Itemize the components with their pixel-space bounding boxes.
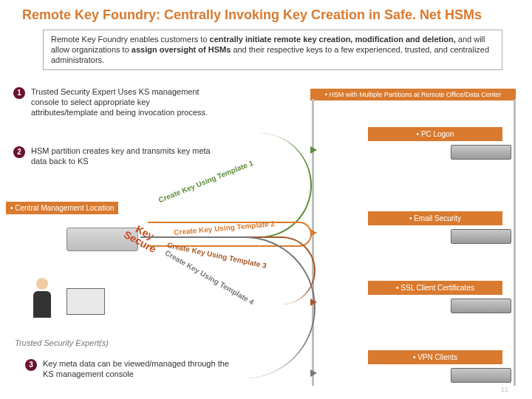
step-2-number: 2 xyxy=(13,146,25,158)
page-number: 11 xyxy=(501,386,508,393)
app-vpn-clients: • VPN Clients xyxy=(368,350,502,364)
intro-box: Remote Key Foundry enables customers to … xyxy=(43,30,502,70)
step-3-number: 3 xyxy=(25,359,37,371)
arrowhead-4 xyxy=(310,369,317,377)
monitor-icon xyxy=(66,288,105,315)
intro-bold-1: centrally initiate remote key creation, … xyxy=(210,35,456,44)
hsm-3 xyxy=(451,299,511,313)
central-mgmt-label: • Central Management Location xyxy=(6,202,118,214)
arrowhead-1 xyxy=(310,146,317,154)
app-email-security: • Email Security xyxy=(368,211,502,225)
person-icon xyxy=(30,278,55,330)
hsm-4 xyxy=(451,368,511,383)
app-ssl-certs: • SSL Client Certificates xyxy=(368,281,502,295)
slide-title: Remote Key Foundry: Centrally Invoking K… xyxy=(22,7,510,23)
hsm-2 xyxy=(451,229,511,244)
arrowhead-3 xyxy=(310,299,317,306)
step-1-number: 1 xyxy=(13,87,25,99)
arrowhead-2 xyxy=(310,229,317,236)
step-1-text: Trusted Security Expert Uses KS manageme… xyxy=(31,87,216,117)
expert-label: Trusted Security Expert(s) xyxy=(15,338,109,347)
intro-text-a: Remote Key Foundry enables customers to xyxy=(51,35,210,44)
expert-figure xyxy=(30,278,111,334)
hsm-1 xyxy=(451,145,511,160)
intro-bold-2: assign oversight of HSMs xyxy=(132,45,231,54)
app-pc-logon: • PC Logon xyxy=(368,127,502,141)
